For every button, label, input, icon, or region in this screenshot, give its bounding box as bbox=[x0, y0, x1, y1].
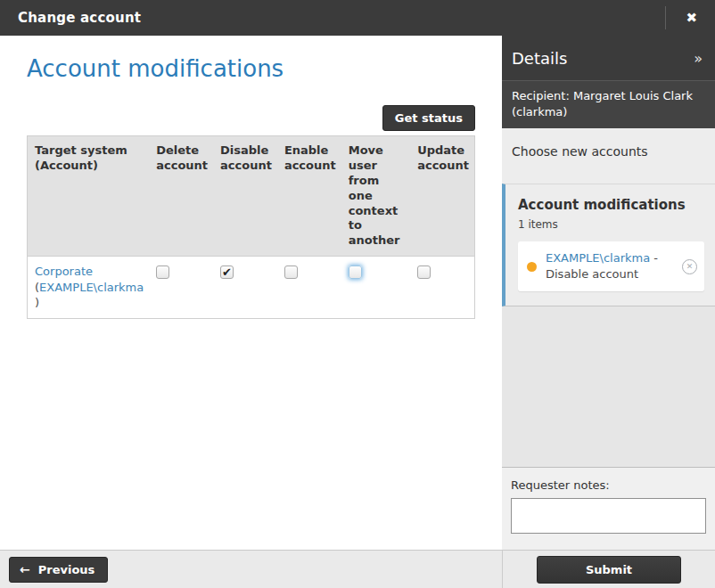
target-system-link[interactable]: Corporate bbox=[35, 265, 93, 278]
items-count: 1 items bbox=[518, 218, 704, 231]
col-enable-account: Enable account bbox=[277, 136, 341, 257]
dialog-footer: ← Previous Submit bbox=[0, 550, 715, 588]
item-account-link[interactable]: EXAMPLE\clarkma bbox=[546, 251, 650, 265]
change-account-dialog: Change account ✖ Account modifications G… bbox=[0, 0, 715, 588]
card-title: Account modifications bbox=[518, 197, 704, 213]
titlebar-divider bbox=[665, 6, 666, 29]
details-sidebar: Details » Recipient: Margaret Louis Clar… bbox=[502, 36, 715, 550]
dialog-titlebar: Change account ✖ bbox=[0, 0, 715, 36]
col-disable-account: Disable account bbox=[213, 136, 277, 257]
collapse-sidebar-icon[interactable]: » bbox=[694, 50, 703, 67]
details-header: Details » bbox=[502, 36, 715, 80]
sidebar-filler bbox=[502, 306, 715, 467]
account-paren-close: ) bbox=[35, 296, 39, 309]
disable-account-checkbox[interactable] bbox=[220, 265, 234, 279]
requester-notes-label: Requester notes: bbox=[511, 478, 706, 492]
status-dot-icon bbox=[527, 262, 537, 272]
arrow-left-icon: ← bbox=[20, 563, 30, 576]
close-icon[interactable]: ✖ bbox=[680, 6, 703, 29]
page-title: Account modifications bbox=[27, 55, 475, 82]
remove-item-icon[interactable]: ✕ bbox=[682, 259, 697, 274]
modification-list-item: EXAMPLE\clarkma - Disable account ✕ bbox=[518, 241, 704, 291]
table-row: Corporate (EXAMPLE\clarkma ) bbox=[28, 257, 475, 319]
choose-new-accounts-label: Choose new accounts bbox=[502, 128, 715, 184]
move-user-checkbox[interactable] bbox=[349, 265, 362, 279]
recipient-bar: Recipient: Margaret Louis Clark (clarkma… bbox=[502, 80, 715, 128]
update-account-checkbox[interactable] bbox=[417, 265, 431, 279]
table-header-row: Target system (Account) Delete account D… bbox=[28, 136, 475, 257]
main-panel: Account modifications Get status Target … bbox=[0, 36, 502, 550]
modification-item-label: EXAMPLE\clarkma - Disable account bbox=[546, 250, 675, 282]
requester-notes-section: Requester notes: bbox=[502, 467, 715, 550]
col-delete-account: Delete account bbox=[149, 136, 213, 257]
get-status-button[interactable]: Get status bbox=[382, 105, 475, 131]
account-modifications-card: Account modifications 1 items EXAMPLE\cl… bbox=[502, 184, 715, 306]
submit-button[interactable]: Submit bbox=[537, 556, 681, 584]
account-modifications-table: Target system (Account) Delete account D… bbox=[27, 135, 475, 319]
details-title: Details bbox=[512, 49, 567, 68]
dialog-title: Change account bbox=[18, 10, 141, 26]
col-move-user: Move user from one context to another bbox=[341, 136, 410, 257]
account-link[interactable]: EXAMPLE\clarkma bbox=[39, 281, 144, 294]
previous-button[interactable]: ← Previous bbox=[9, 557, 108, 583]
requester-notes-input[interactable] bbox=[511, 498, 706, 534]
delete-account-checkbox[interactable] bbox=[156, 265, 169, 279]
previous-button-label: Previous bbox=[38, 563, 95, 576]
enable-account-checkbox[interactable] bbox=[284, 265, 298, 279]
col-target-system: Target system (Account) bbox=[28, 136, 150, 257]
col-update-account: Update account bbox=[410, 136, 474, 257]
target-system-cell: Corporate (EXAMPLE\clarkma ) bbox=[28, 257, 150, 319]
